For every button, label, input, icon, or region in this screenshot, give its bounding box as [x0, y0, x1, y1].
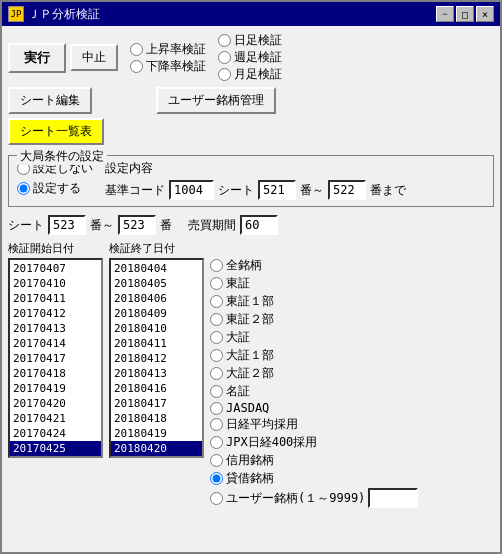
stock-type-radio-item: 大証	[210, 329, 418, 346]
stock-type-radio-item: 大証１部	[210, 347, 418, 364]
fall-rate-radio[interactable]	[130, 60, 143, 73]
execute-button[interactable]: 実行	[8, 43, 66, 73]
rise-rate-radio[interactable]	[130, 43, 143, 56]
daily-label: 日足検証	[234, 32, 282, 49]
stock-type-label: 東証	[226, 275, 250, 292]
list-item[interactable]: 20170418	[10, 366, 101, 381]
list-item[interactable]: 20170425	[10, 441, 101, 456]
list-item[interactable]: 20170411	[10, 291, 101, 306]
list-item[interactable]: 20180420	[111, 441, 202, 456]
stock-type-radio[interactable]	[210, 367, 223, 380]
stock-type-radio-item: JPX日経400採用	[210, 434, 418, 451]
stock-type-label: 信用銘柄	[226, 452, 274, 469]
sheet-range-label: シート	[8, 217, 44, 234]
sheet-list-button[interactable]: シート一覧表	[8, 118, 104, 145]
stock-type-radio[interactable]	[210, 313, 223, 326]
stock-type-radio[interactable]	[210, 402, 223, 415]
list-item[interactable]: 20180413	[111, 366, 202, 381]
base-code-input[interactable]	[169, 180, 214, 200]
close-button[interactable]: ×	[476, 6, 494, 22]
stock-type-label: 名証	[226, 383, 250, 400]
stock-type-section: 全銘柄東証東証１部東証２部大証大証１部大証２部名証JASDAQ日経平均採用JPX…	[210, 257, 418, 508]
window-title: ＪＰ分析検証	[28, 6, 100, 23]
sheet-range-row: シート 番～ 番 売買期間	[8, 215, 494, 235]
stock-type-radio[interactable]	[210, 349, 223, 362]
stock-type-radio[interactable]	[210, 385, 223, 398]
list-item[interactable]: 20180418	[111, 411, 202, 426]
list-item[interactable]: 20180410	[111, 321, 202, 336]
list-item[interactable]: 20170420	[10, 396, 101, 411]
list-item[interactable]: 20170414	[10, 336, 101, 351]
list-item[interactable]: 20180417	[111, 396, 202, 411]
list-item[interactable]: 20170410	[10, 276, 101, 291]
sheet-range-tilde: 番～	[90, 217, 114, 234]
stop-button[interactable]: 中止	[70, 44, 118, 71]
maximize-button[interactable]: □	[456, 6, 474, 22]
list-item[interactable]: 20170424	[10, 426, 101, 441]
stock-type-radio-item: 名証	[210, 383, 418, 400]
list-item[interactable]: 20180406	[111, 291, 202, 306]
list-item[interactable]: 20170417	[10, 351, 101, 366]
list-item[interactable]: 20170413	[10, 321, 101, 336]
stock-type-label: JASDAQ	[226, 401, 269, 415]
weekly-radio[interactable]	[218, 51, 231, 64]
sheet-range-end-input[interactable]	[118, 215, 156, 235]
stock-type-radio[interactable]	[210, 259, 223, 272]
sheet-range-start-input[interactable]	[48, 215, 86, 235]
stock-type-label: 貸借銘柄	[226, 470, 274, 487]
condition-radios: 設定しない 設定する	[17, 160, 93, 197]
list-item[interactable]: 20180404	[111, 261, 202, 276]
list-item[interactable]: 20170419	[10, 381, 101, 396]
condition-groupbox: 大局条件の設定 設定しない 設定する 設定内容 基準コード	[8, 155, 494, 207]
list-item[interactable]: 20180409	[111, 306, 202, 321]
user-stock-range-input[interactable]	[368, 488, 418, 508]
stock-type-radio[interactable]	[210, 331, 223, 344]
list-item[interactable]: 20180416	[111, 381, 202, 396]
list-item[interactable]: 20180419	[111, 426, 202, 441]
user-stock-button[interactable]: ユーザー銘柄管理	[156, 87, 276, 114]
set-label: 設定する	[33, 180, 81, 197]
rise-rate-label: 上昇率検証	[146, 41, 206, 58]
trade-period-input[interactable]	[240, 215, 278, 235]
stock-type-radio[interactable]	[210, 295, 223, 308]
list-item[interactable]: 20180405	[111, 276, 202, 291]
condition-title: 大局条件の設定	[17, 148, 107, 165]
stock-type-radio[interactable]	[210, 418, 223, 431]
daily-radio[interactable]	[218, 34, 231, 47]
stock-type-radio[interactable]	[210, 472, 223, 485]
list-item[interactable]: 20170421	[10, 411, 101, 426]
start-date-listbox[interactable]: 2017040520170406201704072017041020170411…	[8, 258, 103, 458]
content-label: 設定内容	[105, 160, 406, 177]
sheet-start-input[interactable]	[258, 180, 296, 200]
bottom-section: 検証開始日付 201704052017040620170407201704102…	[8, 241, 494, 508]
stock-type-radio-item: 貸借銘柄	[210, 470, 418, 487]
list-item[interactable]: 20180412	[111, 351, 202, 366]
set-radio[interactable]	[17, 182, 30, 195]
sheet-label: シート	[218, 182, 254, 199]
list-item[interactable]: 20170407	[10, 261, 101, 276]
toolbar-row3: シート一覧表	[8, 118, 494, 145]
end-date-listbox[interactable]: 2018040220180403201804042018040520180406…	[109, 258, 204, 458]
condition-inner: 設定しない 設定する 設定内容 基準コード シート 番～	[17, 160, 485, 200]
stock-type-radio[interactable]	[210, 454, 223, 467]
stock-type-radio[interactable]	[210, 277, 223, 290]
monthly-radio[interactable]	[218, 68, 231, 81]
monthly-label: 月足検証	[234, 66, 282, 83]
stock-type-radio[interactable]	[210, 436, 223, 449]
stock-type-label: ユーザー銘柄(１～9999)	[226, 490, 365, 507]
stock-type-label: 大証２部	[226, 365, 274, 382]
stock-type-radio[interactable]	[210, 492, 223, 505]
sheet-range-end-label: 番	[160, 217, 172, 234]
app-icon: JP	[8, 6, 24, 22]
list-item[interactable]: 20180411	[111, 336, 202, 351]
sheet-end-input[interactable]	[328, 180, 366, 200]
stock-type-radio-item: 東証２部	[210, 311, 418, 328]
start-date-label: 検証開始日付	[8, 241, 103, 256]
stock-type-radio-item: JASDAQ	[210, 401, 418, 415]
stock-type-label: 日経平均採用	[226, 416, 298, 433]
title-bar-left: JP ＪＰ分析検証	[8, 6, 100, 23]
list-item[interactable]: 20170412	[10, 306, 101, 321]
stock-type-label: 東証１部	[226, 293, 274, 310]
minimize-button[interactable]: －	[436, 6, 454, 22]
sheet-edit-button[interactable]: シート編集	[8, 87, 92, 114]
